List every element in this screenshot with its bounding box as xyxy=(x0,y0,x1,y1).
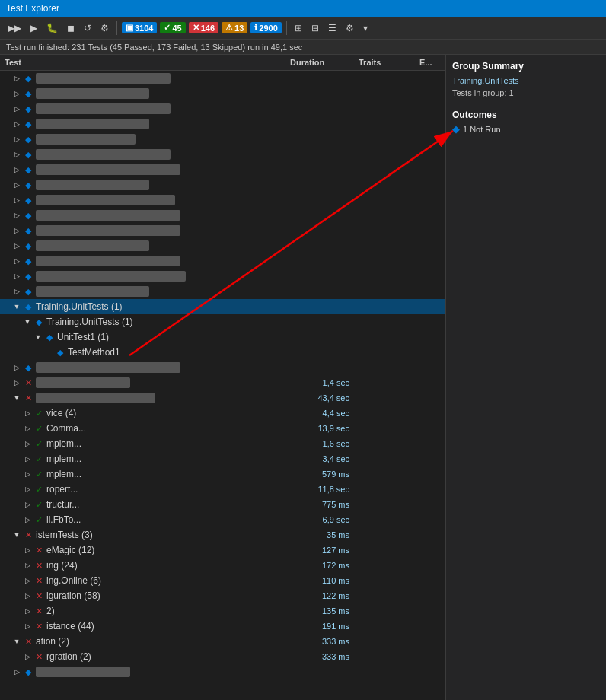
expand-icon[interactable]: ▷ xyxy=(23,652,32,661)
test-row[interactable]: ▷◆████████████.UnitTests (200) xyxy=(0,360,445,375)
test-row[interactable]: ▼◆UnitTest1 (1) xyxy=(0,329,445,345)
expand-icon[interactable]: ▷ xyxy=(12,378,21,387)
duration-cell: 110 ms xyxy=(285,575,354,586)
test-row[interactable]: ▼◆Training.UnitTests (1) xyxy=(0,314,445,329)
test-row[interactable]: ▷✕eMagic (12)127 ms xyxy=(0,542,445,558)
badge-notrun: ℹ 2900 xyxy=(250,22,281,33)
refresh-button[interactable]: ↺ xyxy=(81,21,94,35)
test-row[interactable]: ▷◆████████.UnitTests (13) xyxy=(0,238,445,253)
expand-icon[interactable]: ▷ xyxy=(23,622,32,631)
test-row[interactable]: ▷◆████████████.UnitTests (7) xyxy=(0,101,445,116)
col-test[interactable]: Test xyxy=(0,56,285,68)
expand-icon[interactable]: ▷ xyxy=(12,272,21,281)
col-traits[interactable]: Traits xyxy=(354,56,415,68)
run-all-button[interactable]: ▶▶ xyxy=(5,21,24,35)
test-row[interactable]: ▷◆████████████.UnitTests (119) xyxy=(0,162,445,177)
expand-icon[interactable]: ▼ xyxy=(33,332,43,342)
expand-icon[interactable]: ▷ xyxy=(12,150,21,159)
test-row[interactable]: ▷✕ing.Online (6)110 ms xyxy=(0,573,445,588)
expand-icon[interactable]: ▷ xyxy=(12,226,21,235)
expand-icon[interactable]: ▷ xyxy=(23,454,32,463)
test-row[interactable]: ▷✕2)135 ms xyxy=(0,603,445,619)
expand-icon[interactable]: ▷ xyxy=(12,135,21,144)
cancel-button[interactable]: ◼ xyxy=(64,21,78,35)
test-row[interactable]: ▷◆████████████.UnitTests (432) xyxy=(0,208,445,223)
list-button[interactable]: ☰ xyxy=(325,21,340,35)
expand-icon[interactable]: ▷ xyxy=(23,606,32,616)
test-row[interactable]: ▼✕istemTests (3)35 ms xyxy=(0,527,445,542)
expand-icon[interactable]: ▷ xyxy=(12,89,21,98)
group-button[interactable]: ⊞ xyxy=(292,21,305,35)
col-extra[interactable]: E... xyxy=(415,56,445,68)
test-row[interactable]: ▼◆Training.UnitTests (1) xyxy=(0,299,445,314)
test-row[interactable]: ▼✕████████████.Impl (47)43,4 sec xyxy=(0,390,445,406)
traits-cell xyxy=(354,215,415,216)
test-row[interactable]: ▷✓tructur...775 ms xyxy=(0,497,445,512)
expand-icon[interactable]: ▷ xyxy=(12,119,21,129)
expand-icon[interactable]: ▷ xyxy=(23,469,32,479)
expand-icon[interactable]: ▷ xyxy=(23,409,32,418)
test-row[interactable]: ▷✓vice (4)4,4 sec xyxy=(0,406,445,421)
test-row[interactable]: ▷◆████████████.UnitTests (1282) xyxy=(0,269,445,284)
test-row[interactable]: ▷◆████████.UnitTests (48) xyxy=(0,116,445,132)
test-row[interactable]: ▷✓mplem...1,6 sec xyxy=(0,436,445,451)
expand-icon[interactable]: ▷ xyxy=(12,74,21,83)
expand-icon[interactable]: ▷ xyxy=(12,180,21,189)
expand-icon[interactable]: ▷ xyxy=(12,363,21,372)
warning-icon: ⚠ xyxy=(225,23,233,33)
test-row[interactable]: ▷✕████████████ (9)1,4 sec xyxy=(0,375,445,390)
test-row[interactable]: ▷◆████████████.UnitTests (85) xyxy=(0,192,445,208)
expand-icon[interactable]: ▷ xyxy=(12,256,21,266)
config-button[interactable]: ⚙ xyxy=(97,21,112,35)
test-list[interactable]: ▷◆████████████.UnitTests (8)▷◆████████.U… xyxy=(0,71,445,700)
col-duration[interactable]: Duration xyxy=(285,56,354,68)
expand-icon[interactable]: ▷ xyxy=(23,500,32,509)
test-row[interactable]: ▷◆████████.UnitTests (32) xyxy=(0,177,445,192)
test-row[interactable]: ▷◆████████████.UnitTests (179) xyxy=(0,253,445,269)
test-row[interactable]: ▷◆████████.UnitTests (51) xyxy=(0,284,445,299)
test-row[interactable]: ▷✕ing (24)172 ms xyxy=(0,558,445,573)
test-row[interactable]: ▷✓ll.FbTo...6,9 sec xyxy=(0,512,445,527)
dropdown-button[interactable]: ▾ xyxy=(360,21,371,35)
debug-button[interactable]: 🐛 xyxy=(43,21,61,35)
expand-icon[interactable]: ▷ xyxy=(23,546,32,555)
test-row[interactable]: ▷✕iguration (58)122 ms xyxy=(0,588,445,603)
test-row[interactable]: ▷✕rgration (2)333 ms xyxy=(0,649,445,664)
expand-icon[interactable]: ▷ xyxy=(12,667,21,676)
expand-icon[interactable]: ▼ xyxy=(12,530,21,539)
test-row[interactable]: ▷✓mplem...579 ms xyxy=(0,466,445,482)
expand-icon[interactable]: ▷ xyxy=(12,211,21,220)
expand-icon[interactable]: ▷ xyxy=(23,515,32,524)
expand-icon[interactable]: ▷ xyxy=(12,165,21,174)
expand-icon[interactable]: ▷ xyxy=(23,485,32,494)
test-row[interactable]: ▷✓ropert...11,8 sec xyxy=(0,482,445,497)
test-row[interactable]: ▷◆█████.UnitTests (47) xyxy=(0,664,445,679)
expand-icon[interactable]: ▷ xyxy=(23,576,32,585)
expand-icon[interactable]: ▼ xyxy=(12,393,21,402)
test-row[interactable]: ▷✕istance (44)191 ms xyxy=(0,619,445,634)
expand-icon[interactable]: ▼ xyxy=(12,302,21,311)
settings-button[interactable]: ⚙ xyxy=(343,21,357,35)
expand-icon[interactable]: ▷ xyxy=(23,591,32,600)
traits-cell xyxy=(354,336,415,338)
sort-button[interactable]: ⊟ xyxy=(308,21,322,35)
test-row[interactable]: ▷◆████████████.UnitTests (8) xyxy=(0,71,445,86)
test-row[interactable]: ▷◆████████████.UnitTests (3) xyxy=(0,147,445,162)
test-row[interactable]: ▷◆████████.UnitTests (69) xyxy=(0,86,445,101)
expand-icon[interactable]: ▷ xyxy=(12,104,21,113)
expand-icon[interactable]: ▼ xyxy=(12,637,21,646)
test-row[interactable]: ▼✕ation (2)333 ms xyxy=(0,634,445,649)
expand-icon[interactable]: ▷ xyxy=(12,287,21,296)
expand-icon[interactable]: ▷ xyxy=(23,424,32,433)
test-row[interactable]: ▷✓mplem...3,4 sec xyxy=(0,451,445,466)
expand-icon[interactable]: ▷ xyxy=(23,561,32,570)
test-row[interactable]: ▷✓Comma... 13,9 sec xyxy=(0,421,445,436)
test-row[interactable]: ◆TestMethod1 xyxy=(0,345,445,360)
expand-icon[interactable]: ▷ xyxy=(12,196,21,205)
test-row[interactable]: ▷◆████████Tests (148) xyxy=(0,132,445,147)
expand-icon[interactable]: ▷ xyxy=(23,439,32,448)
test-row[interactable]: ▷◆████████████.UnitTests (176) xyxy=(0,223,445,238)
expand-icon[interactable]: ▷ xyxy=(12,241,21,250)
run-button[interactable]: ▶ xyxy=(27,21,40,35)
expand-icon[interactable]: ▼ xyxy=(23,317,32,326)
